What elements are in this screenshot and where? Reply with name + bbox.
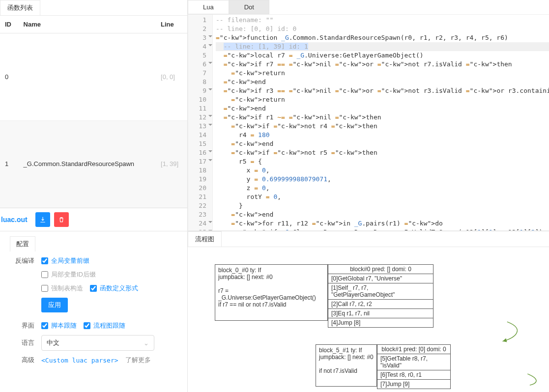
flow-op: [7]Jump [9] xyxy=(377,380,451,389)
functions-tab[interactable]: 函数列表 xyxy=(0,0,40,15)
learn-more-link[interactable]: 了解更多 xyxy=(125,356,151,364)
check-func-def[interactable]: 函数定义形式 xyxy=(90,284,138,293)
table-row[interactable]: 0 [0, 0] xyxy=(0,33,187,121)
flowchart-tab[interactable]: 流程图 xyxy=(188,231,222,247)
code-editor[interactable]: 1234567891011121314151617181920212223242… xyxy=(188,14,549,231)
flow-op: [3]Eq r1, r7, nil xyxy=(328,309,433,318)
flow-block-left: block_0_#0 ty: If jumpback: [] next: #0 … xyxy=(215,264,328,321)
flow-op: [2]Call r7, r2, r2 xyxy=(328,300,433,309)
tab-lua[interactable]: Lua xyxy=(188,0,229,14)
flow-op: [0]GetGlobal r7, "Universe" xyxy=(328,274,433,283)
cell-line: [1, 39] xyxy=(156,120,187,208)
flow-op: [6]Test r8, r0, r1 xyxy=(377,370,451,380)
flow-block-left: block_5_#1 ty: If jumpback: [] next: #0 … xyxy=(316,344,377,387)
custom-parser-link[interactable]: <Custom luac parser> xyxy=(41,357,118,364)
col-line: Line xyxy=(156,16,187,33)
check-local-suffix[interactable]: 局部变量ID后缀 xyxy=(41,270,96,279)
language-value: 中文 xyxy=(47,338,59,347)
flow-block-header: block#0 pred: [] domi: 0 xyxy=(328,264,433,274)
file-name: luac.out xyxy=(1,216,28,224)
config-title: 配置 xyxy=(10,236,35,252)
check-global-prefix[interactable]: 全局变量前缀 xyxy=(41,256,89,265)
lang-label: 语言 xyxy=(10,338,34,347)
flow-block-header: block#1 pred: [0] domi: 0 xyxy=(377,344,451,354)
cell-id: 1 xyxy=(0,120,19,208)
cell-name xyxy=(19,33,156,121)
flowchart-canvas[interactable]: block_0_#0 ty: If jumpback: [] next: #0 … xyxy=(188,247,549,392)
col-id: ID xyxy=(0,16,19,33)
cell-name: _G.Common.StandardResourceSpawn xyxy=(19,120,156,208)
delete-button[interactable] xyxy=(54,212,69,227)
adv-label: 高级 xyxy=(10,356,34,364)
check-script-follow[interactable]: 脚本跟随 xyxy=(41,321,77,330)
flow-op: [1]Self_ r7, r7, "GetPlayerGameObject" xyxy=(328,283,433,300)
flow-op: [4]Jump [8] xyxy=(328,318,433,328)
col-name: Name xyxy=(19,16,156,33)
table-row[interactable]: 1 _G.Common.StandardResourceSpawn [1, 39… xyxy=(0,120,187,208)
cell-id: 0 xyxy=(0,33,19,121)
language-select[interactable]: 中文 ⌄ xyxy=(41,335,154,351)
check-force-table[interactable]: 强制表构造 xyxy=(41,284,83,293)
apply-button[interactable]: 应用 xyxy=(41,298,68,312)
chevron-down-icon: ⌄ xyxy=(144,339,149,347)
ui-label: 界面 xyxy=(10,321,34,330)
download-button[interactable] xyxy=(35,212,50,227)
function-table: ID Name Line 0 [0, 0] 1 _G.Common.Standa… xyxy=(0,16,187,208)
flow-op: [5]GetTable r8, r7, "isValid" xyxy=(377,354,451,370)
tab-dot[interactable]: Dot xyxy=(229,0,269,14)
decompile-label: 反编译 xyxy=(10,256,34,265)
cell-line: [0, 0] xyxy=(156,33,187,121)
check-flow-follow[interactable]: 流程图跟随 xyxy=(84,321,125,330)
